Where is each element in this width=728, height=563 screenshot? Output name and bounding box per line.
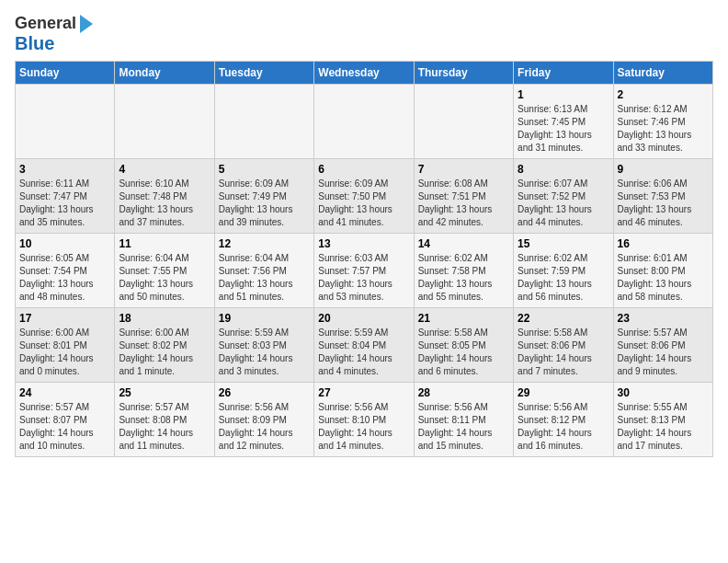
day-info: Sunrise: 5:56 AMSunset: 8:12 PMDaylight:… (518, 401, 609, 453)
calendar-week-4: 17Sunrise: 6:00 AMSunset: 8:01 PMDayligh… (16, 308, 713, 383)
day-info: Sunrise: 5:59 AMSunset: 8:03 PMDaylight:… (219, 327, 310, 378)
calendar-cell: 20Sunrise: 5:59 AMSunset: 8:04 PMDayligh… (314, 308, 414, 383)
calendar-cell: 8Sunrise: 6:07 AMSunset: 7:52 PMDaylight… (514, 159, 613, 234)
day-info: Sunrise: 5:57 AMSunset: 8:06 PMDaylight:… (618, 327, 709, 378)
logo: General Blue (15, 15, 93, 53)
day-info: Sunrise: 6:01 AMSunset: 8:00 PMDaylight:… (618, 252, 709, 304)
day-info: Sunrise: 6:08 AMSunset: 7:51 PMDaylight:… (418, 178, 509, 229)
calendar-cell: 24Sunrise: 5:57 AMSunset: 8:07 PMDayligh… (16, 383, 115, 457)
calendar-cell: 14Sunrise: 6:02 AMSunset: 7:58 PMDayligh… (414, 234, 513, 308)
day-info: Sunrise: 6:04 AMSunset: 7:56 PMDaylight:… (219, 252, 310, 304)
day-number: 9 (618, 163, 709, 176)
day-info: Sunrise: 5:56 AMSunset: 8:11 PMDaylight:… (418, 401, 509, 453)
day-info: Sunrise: 5:58 AMSunset: 8:06 PMDaylight:… (518, 327, 609, 378)
day-number: 23 (618, 312, 709, 325)
day-info: Sunrise: 6:06 AMSunset: 7:53 PMDaylight:… (618, 178, 709, 229)
calendar-cell: 7Sunrise: 6:08 AMSunset: 7:51 PMDaylight… (414, 159, 513, 234)
day-info: Sunrise: 6:00 AMSunset: 8:01 PMDaylight:… (19, 327, 110, 378)
calendar-cell: 23Sunrise: 5:57 AMSunset: 8:06 PMDayligh… (613, 308, 712, 383)
calendar-cell: 17Sunrise: 6:00 AMSunset: 8:01 PMDayligh… (16, 308, 115, 383)
day-info: Sunrise: 6:02 AMSunset: 7:59 PMDaylight:… (518, 252, 609, 304)
day-info: Sunrise: 6:02 AMSunset: 7:58 PMDaylight:… (418, 252, 509, 304)
day-number: 10 (19, 237, 110, 250)
day-number: 4 (119, 163, 210, 176)
calendar-cell (214, 85, 313, 159)
day-number: 2 (618, 88, 709, 101)
calendar-cell: 25Sunrise: 5:57 AMSunset: 8:08 PMDayligh… (115, 383, 214, 457)
day-info: Sunrise: 5:56 AMSunset: 8:10 PMDaylight:… (318, 401, 409, 453)
day-number: 11 (119, 237, 210, 250)
day-info: Sunrise: 5:59 AMSunset: 8:04 PMDaylight:… (318, 327, 409, 378)
page-header: General Blue (15, 15, 713, 53)
calendar-cell: 4Sunrise: 6:10 AMSunset: 7:48 PMDaylight… (115, 159, 214, 234)
day-info: Sunrise: 6:12 AMSunset: 7:46 PMDaylight:… (618, 103, 709, 155)
day-number: 7 (418, 163, 509, 176)
day-number: 8 (518, 163, 609, 176)
day-number: 16 (618, 237, 709, 250)
calendar-cell: 26Sunrise: 5:56 AMSunset: 8:09 PMDayligh… (214, 383, 313, 457)
calendar-week-3: 10Sunrise: 6:05 AMSunset: 7:54 PMDayligh… (16, 234, 713, 308)
day-number: 3 (19, 163, 110, 176)
calendar-cell: 6Sunrise: 6:09 AMSunset: 7:50 PMDaylight… (314, 159, 414, 234)
day-info: Sunrise: 6:00 AMSunset: 8:02 PMDaylight:… (119, 327, 210, 378)
day-info: Sunrise: 6:05 AMSunset: 7:54 PMDaylight:… (19, 252, 110, 304)
calendar-cell: 11Sunrise: 6:04 AMSunset: 7:55 PMDayligh… (115, 234, 214, 308)
day-number: 19 (219, 312, 310, 325)
calendar-cell: 2Sunrise: 6:12 AMSunset: 7:46 PMDaylight… (613, 85, 712, 159)
day-number: 15 (518, 237, 609, 250)
day-info: Sunrise: 6:10 AMSunset: 7:48 PMDaylight:… (119, 178, 210, 229)
logo-arrow-icon (80, 15, 93, 33)
day-number: 28 (418, 386, 509, 399)
day-number: 6 (318, 163, 409, 176)
day-number: 20 (318, 312, 409, 325)
day-number: 29 (518, 386, 609, 399)
calendar-cell (314, 85, 414, 159)
calendar-cell (115, 85, 214, 159)
logo-text-general: General (15, 15, 76, 33)
calendar-header-row: SundayMondayTuesdayWednesdayThursdayFrid… (16, 62, 713, 85)
day-info: Sunrise: 6:04 AMSunset: 7:55 PMDaylight:… (119, 252, 210, 304)
calendar-cell (16, 85, 115, 159)
weekday-header-sunday: Sunday (16, 62, 115, 85)
logo-text-blue: Blue (15, 33, 54, 53)
day-number: 17 (19, 312, 110, 325)
day-number: 12 (219, 237, 310, 250)
weekday-header-monday: Monday (115, 62, 214, 85)
calendar-week-2: 3Sunrise: 6:11 AMSunset: 7:47 PMDaylight… (16, 159, 713, 234)
calendar-cell: 18Sunrise: 6:00 AMSunset: 8:02 PMDayligh… (115, 308, 214, 383)
day-number: 13 (318, 237, 409, 250)
day-number: 27 (318, 386, 409, 399)
day-info: Sunrise: 5:56 AMSunset: 8:09 PMDaylight:… (219, 401, 310, 453)
calendar-cell: 19Sunrise: 5:59 AMSunset: 8:03 PMDayligh… (214, 308, 313, 383)
calendar-cell: 5Sunrise: 6:09 AMSunset: 7:49 PMDaylight… (214, 159, 313, 234)
calendar-cell: 29Sunrise: 5:56 AMSunset: 8:12 PMDayligh… (514, 383, 613, 457)
day-info: Sunrise: 5:57 AMSunset: 8:08 PMDaylight:… (119, 401, 210, 453)
day-number: 26 (219, 386, 310, 399)
calendar-cell: 16Sunrise: 6:01 AMSunset: 8:00 PMDayligh… (613, 234, 712, 308)
day-number: 22 (518, 312, 609, 325)
day-info: Sunrise: 6:09 AMSunset: 7:49 PMDaylight:… (219, 178, 310, 229)
day-number: 24 (19, 386, 110, 399)
calendar-cell: 21Sunrise: 5:58 AMSunset: 8:05 PMDayligh… (414, 308, 513, 383)
calendar-week-1: 1Sunrise: 6:13 AMSunset: 7:45 PMDaylight… (16, 85, 713, 159)
weekday-header-saturday: Saturday (613, 62, 712, 85)
weekday-header-tuesday: Tuesday (214, 62, 313, 85)
weekday-header-friday: Friday (514, 62, 613, 85)
day-info: Sunrise: 6:11 AMSunset: 7:47 PMDaylight:… (19, 178, 110, 229)
calendar-cell: 9Sunrise: 6:06 AMSunset: 7:53 PMDaylight… (613, 159, 712, 234)
calendar-cell: 10Sunrise: 6:05 AMSunset: 7:54 PMDayligh… (16, 234, 115, 308)
calendar-week-5: 24Sunrise: 5:57 AMSunset: 8:07 PMDayligh… (16, 383, 713, 457)
calendar-cell: 12Sunrise: 6:04 AMSunset: 7:56 PMDayligh… (214, 234, 313, 308)
day-info: Sunrise: 5:57 AMSunset: 8:07 PMDaylight:… (19, 401, 110, 453)
day-number: 1 (518, 88, 609, 101)
day-number: 25 (119, 386, 210, 399)
calendar-cell: 1Sunrise: 6:13 AMSunset: 7:45 PMDaylight… (514, 85, 613, 159)
day-info: Sunrise: 5:58 AMSunset: 8:05 PMDaylight:… (418, 327, 509, 378)
day-info: Sunrise: 6:13 AMSunset: 7:45 PMDaylight:… (518, 103, 609, 155)
calendar-cell: 22Sunrise: 5:58 AMSunset: 8:06 PMDayligh… (514, 308, 613, 383)
calendar-cell: 3Sunrise: 6:11 AMSunset: 7:47 PMDaylight… (16, 159, 115, 234)
day-number: 18 (119, 312, 210, 325)
day-number: 5 (219, 163, 310, 176)
day-number: 30 (618, 386, 709, 399)
day-info: Sunrise: 6:03 AMSunset: 7:57 PMDaylight:… (318, 252, 409, 304)
